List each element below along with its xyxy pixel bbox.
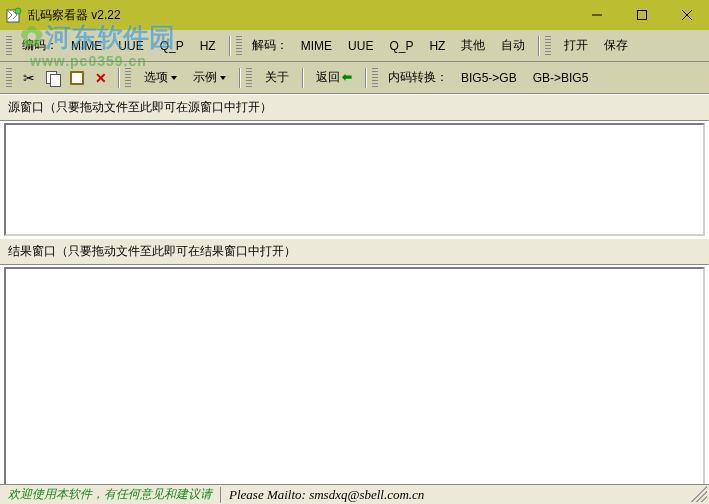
separator xyxy=(118,68,119,88)
clear-button[interactable] xyxy=(90,67,112,89)
separator xyxy=(365,68,366,88)
statusbar: 欢迎使用本软件，有任何意见和建议请 Please Mailto: smsdxq@… xyxy=(0,484,709,504)
separator xyxy=(229,36,230,56)
window-title: 乱码察看器 v2.22 xyxy=(28,7,574,24)
window-controls xyxy=(574,0,709,30)
titlebar: 乱码察看器 v2.22 xyxy=(0,0,709,30)
encode-mime-button[interactable]: MIME xyxy=(64,36,109,56)
result-pane-label: 结果窗口（只要拖动文件至此即可在结果窗口中打开） xyxy=(0,238,709,265)
toolbar-grip xyxy=(6,36,12,56)
separator xyxy=(538,36,539,56)
toolbar-grip xyxy=(236,36,242,56)
toolbar-grip xyxy=(6,68,12,88)
options-dropdown[interactable]: 选项 xyxy=(137,66,184,89)
decode-uue-button[interactable]: UUE xyxy=(341,36,380,56)
return-button[interactable]: 返回⬅ xyxy=(309,66,359,89)
toolbar-edit: 选项 示例 关于 返回⬅ 内码转换： BIG5->GB GB->BIG5 xyxy=(0,62,709,94)
source-textarea[interactable] xyxy=(6,125,703,231)
resize-grip-icon[interactable] xyxy=(691,486,707,502)
result-textarea-wrap xyxy=(4,267,705,504)
source-textarea-wrap xyxy=(4,123,705,236)
encode-hz-button[interactable]: HZ xyxy=(193,36,223,56)
toolbar-encode-decode: 编码： MIME UUE Q_P HZ 解码： MIME UUE Q_P HZ … xyxy=(0,30,709,62)
about-button[interactable]: 关于 xyxy=(258,66,296,89)
codepage-label: 内码转换： xyxy=(384,69,452,86)
encode-qp-button[interactable]: Q_P xyxy=(153,36,191,56)
status-welcome: 欢迎使用本软件，有任何意见和建议请 xyxy=(0,486,220,503)
svg-rect-3 xyxy=(637,11,646,20)
gb-to-big5-button[interactable]: GB->BIG5 xyxy=(526,68,596,88)
close-button[interactable] xyxy=(664,0,709,30)
toolbar-grip xyxy=(545,36,551,56)
separator xyxy=(302,68,303,88)
copy-button[interactable] xyxy=(42,67,64,89)
toolbar-grip xyxy=(372,68,378,88)
cut-button[interactable] xyxy=(18,67,40,89)
decode-label: 解码： xyxy=(248,37,292,54)
source-pane-label: 源窗口（只要拖动文件至此即可在源窗口中打开） xyxy=(0,94,709,121)
decode-hz-button[interactable]: HZ xyxy=(422,36,452,56)
status-mailto: Please Mailto: smsdxq@sbell.com.cn xyxy=(220,487,691,503)
decode-qp-button[interactable]: Q_P xyxy=(382,36,420,56)
paste-icon xyxy=(70,71,84,85)
decode-other-button[interactable]: 其他 xyxy=(454,34,492,57)
decode-auto-button[interactable]: 自动 xyxy=(494,34,532,57)
decode-mime-button[interactable]: MIME xyxy=(294,36,339,56)
return-icon: ⬅ xyxy=(342,70,352,84)
minimize-button[interactable] xyxy=(574,0,619,30)
paste-button[interactable] xyxy=(66,67,88,89)
encode-label: 编码： xyxy=(18,37,62,54)
open-button[interactable]: 打开 xyxy=(557,34,595,57)
separator xyxy=(239,68,240,88)
result-textarea[interactable] xyxy=(6,269,703,504)
maximize-button[interactable] xyxy=(619,0,664,30)
encode-uue-button[interactable]: UUE xyxy=(111,36,150,56)
examples-dropdown[interactable]: 示例 xyxy=(186,66,233,89)
toolbar-grip xyxy=(246,68,252,88)
save-button[interactable]: 保存 xyxy=(597,34,635,57)
copy-icon xyxy=(46,71,60,85)
big5-to-gb-button[interactable]: BIG5->GB xyxy=(454,68,524,88)
svg-point-1 xyxy=(15,8,21,14)
toolbar-grip xyxy=(125,68,131,88)
app-icon xyxy=(6,7,22,23)
